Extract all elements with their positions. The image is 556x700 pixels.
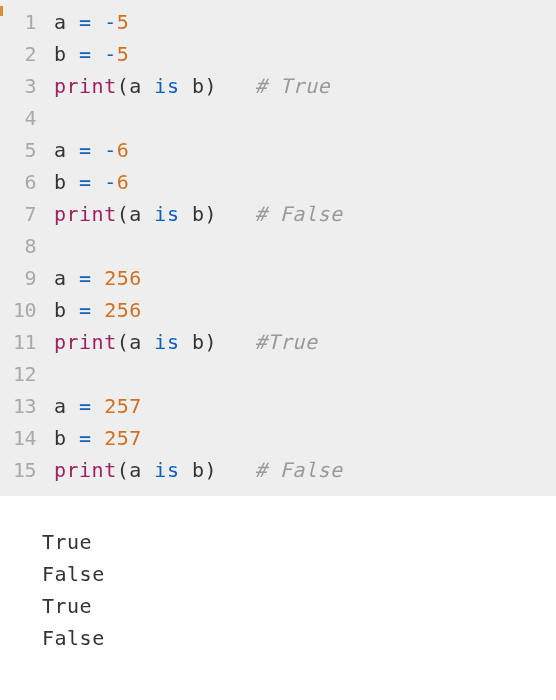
code-line[interactable]: print(a is b) # False [54, 454, 343, 486]
token-num: 256 [104, 298, 142, 322]
token-sp [217, 458, 255, 482]
line-number: 1 [0, 6, 42, 38]
token-call: print [54, 74, 117, 98]
code-line[interactable]: b = 256 [54, 294, 343, 326]
token-sp [67, 298, 80, 322]
token-sp [179, 74, 192, 98]
line-number: 2 [0, 38, 42, 70]
token-num: 6 [117, 170, 130, 194]
code-line[interactable] [54, 230, 343, 262]
token-call: print [54, 458, 117, 482]
token-id: a [129, 202, 142, 226]
token-sp [92, 10, 105, 34]
token-sp [67, 42, 80, 66]
token-sp [67, 266, 80, 290]
token-sp [67, 138, 80, 162]
token-call: print [54, 202, 117, 226]
token-paren: ) [205, 458, 218, 482]
token-sp [92, 298, 105, 322]
code-line[interactable]: print(a is b) # True [54, 70, 343, 102]
output-line: True [42, 590, 556, 622]
token-op: = [79, 10, 92, 34]
token-sp [92, 138, 105, 162]
token-sp [217, 74, 255, 98]
token-num: 256 [104, 266, 142, 290]
code-column: a = -5b = -5print(a is b) # Truea = -6b … [42, 0, 343, 486]
line-number: 12 [0, 358, 42, 390]
token-id: b [192, 458, 205, 482]
token-id: b [192, 202, 205, 226]
token-sp [92, 426, 105, 450]
token-op: - [104, 138, 117, 162]
token-sp [67, 10, 80, 34]
token-num: 257 [104, 426, 142, 450]
line-number: 5 [0, 134, 42, 166]
token-op: = [79, 266, 92, 290]
output-line: True [42, 526, 556, 558]
code-line[interactable]: b = -5 [54, 38, 343, 70]
line-number: 9 [0, 262, 42, 294]
code-line[interactable]: print(a is b) #True [54, 326, 343, 358]
code-editor: 123456789101112131415 a = -5b = -5print(… [0, 0, 556, 496]
token-id: b [54, 426, 67, 450]
token-sp [217, 330, 255, 354]
line-number: 15 [0, 454, 42, 486]
token-sp [92, 266, 105, 290]
code-line[interactable]: print(a is b) # False [54, 198, 343, 230]
code-line[interactable]: b = -6 [54, 166, 343, 198]
line-number: 8 [0, 230, 42, 262]
token-id: a [129, 74, 142, 98]
code-line[interactable]: b = 257 [54, 422, 343, 454]
token-num: 5 [117, 42, 130, 66]
token-op: - [104, 10, 117, 34]
code-line[interactable]: a = 257 [54, 390, 343, 422]
token-paren: ( [117, 458, 130, 482]
line-number: 6 [0, 166, 42, 198]
token-kw: is [154, 458, 179, 482]
token-sp [67, 426, 80, 450]
token-sp [217, 202, 255, 226]
token-id: b [54, 298, 67, 322]
code-line[interactable] [54, 102, 343, 134]
token-id: b [54, 42, 67, 66]
token-op: = [79, 170, 92, 194]
line-number: 11 [0, 326, 42, 358]
token-paren: ) [205, 202, 218, 226]
token-id: a [54, 266, 67, 290]
code-line[interactable] [54, 358, 343, 390]
token-op: = [79, 426, 92, 450]
token-id: a [54, 138, 67, 162]
line-number: 13 [0, 390, 42, 422]
token-kw: is [154, 330, 179, 354]
token-num: 6 [117, 138, 130, 162]
token-cmt: # True [255, 74, 330, 98]
token-sp [142, 458, 155, 482]
editor-marker [0, 6, 3, 16]
token-sp [92, 394, 105, 418]
token-paren: ( [117, 74, 130, 98]
token-op: = [79, 138, 92, 162]
token-id: a [54, 10, 67, 34]
line-number: 10 [0, 294, 42, 326]
token-op: = [79, 394, 92, 418]
token-paren: ) [205, 330, 218, 354]
line-number: 3 [0, 70, 42, 102]
token-cmt: # False [255, 202, 343, 226]
output-panel: TrueFalseTrueFalse [0, 496, 556, 654]
code-line[interactable]: a = -6 [54, 134, 343, 166]
line-number: 14 [0, 422, 42, 454]
token-cmt: # False [255, 458, 343, 482]
token-sp [142, 202, 155, 226]
token-kw: is [154, 74, 179, 98]
output-line: False [42, 558, 556, 590]
token-op: = [79, 42, 92, 66]
token-id: a [129, 330, 142, 354]
line-number: 7 [0, 198, 42, 230]
token-sp [67, 394, 80, 418]
token-op: - [104, 42, 117, 66]
token-sp [142, 74, 155, 98]
code-line[interactable]: a = -5 [54, 6, 343, 38]
code-line[interactable]: a = 256 [54, 262, 343, 294]
token-paren: ( [117, 330, 130, 354]
token-id: a [129, 458, 142, 482]
